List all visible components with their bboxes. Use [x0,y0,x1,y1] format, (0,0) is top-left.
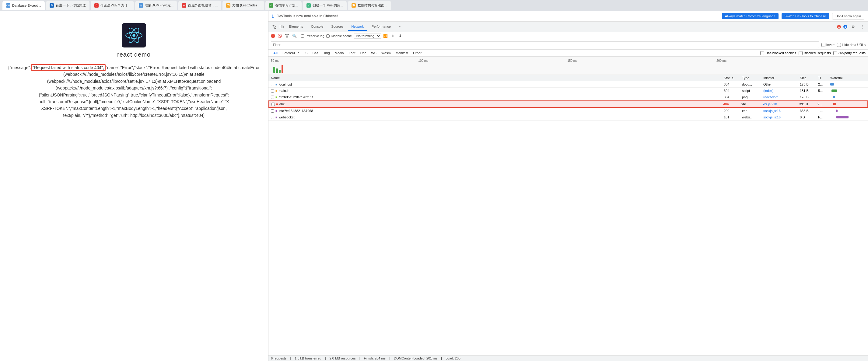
row-checkbox[interactable] [271,116,274,119]
cell-time: 5... [818,89,830,93]
tab-leetcode[interactable]: 力 力扣 (LeetCode) ... [222,1,264,10]
more-options-icon[interactable]: ⋮ [859,24,866,30]
tab-database[interactable]: DB Database Excepti... [2,1,45,10]
react-logo [122,23,146,48]
switch-chinese-button[interactable]: Switch DevTools to Chinese [781,13,829,19]
status-resources: 2.0 MB resources [330,356,356,360]
header-initiator[interactable]: Initiator [763,76,800,80]
dont-show-again-button[interactable]: Don't show again [832,13,864,20]
export-har-icon[interactable]: ⬇ [398,33,403,39]
tab-vue[interactable]: C 什么是VUE？为什... [91,1,134,10]
row-checkbox[interactable] [271,89,274,93]
device-toolbar-icon[interactable] [278,24,285,30]
row-checkbox[interactable] [271,109,274,113]
inspect-element-icon[interactable] [271,24,278,30]
blocked-requests-label: Blocked Requests [799,51,831,55]
cell-time: ... [818,95,830,99]
cell-type: script [742,89,763,93]
record-button[interactable] [271,34,275,38]
filter-other[interactable]: Other [410,50,424,56]
third-party-checkbox[interactable] [833,51,837,55]
timeline-bar: 50 ms 100 ms 150 ms 200 ms [269,57,868,75]
timeline-label-100ms: 100 ms [418,59,428,62]
cell-waterfall [830,95,861,99]
status-dom-loaded: DOMContentLoaded: 201 ms [394,356,437,360]
tab-console[interactable]: Console [307,23,327,31]
tab-favicon: DB [6,3,10,8]
tab-western[interactable]: W 西服外面扎腰带，... [178,1,221,10]
tab-baidu[interactable]: 百 百度一下，你就知道 [46,1,90,10]
network-table[interactable]: Name Status Type Initiator Size Ti... Wa… [269,75,868,355]
invert-checkbox[interactable] [822,43,826,47]
import-har-icon[interactable]: ⬆ [390,33,396,39]
header-time[interactable]: Ti... [818,76,830,80]
cell-type: png [742,95,763,99]
has-blocked-checkbox[interactable] [760,51,764,55]
row-checkbox[interactable] [271,96,274,99]
timeline-bar-item [281,65,283,73]
filter-input[interactable] [271,41,819,48]
filter-icon[interactable] [284,33,290,39]
tab-sources[interactable]: Sources [328,23,347,31]
cell-type: webs... [742,115,763,119]
match-language-button[interactable]: Always match Chrome's language [722,13,778,19]
filter-img[interactable]: Img [322,50,332,56]
tab-spring[interactable]: ✓ 春招学习计划... [266,1,302,10]
filter-ws[interactable]: WS [369,50,379,56]
clear-button[interactable]: 🚫 [277,33,282,39]
table-row[interactable]: ■ localhost 304 docu... Other 178 B 2... [269,81,868,88]
filter-all[interactable]: All [271,50,280,56]
waterfall-bar [833,96,835,98]
cell-name: ■ info?t=1648821667968 [271,109,724,113]
blocked-requests-checkbox[interactable] [799,51,803,55]
preserve-log-checkbox[interactable] [301,34,304,38]
tab-algorithm[interactable]: 数 数据结构与算法面... [348,1,391,10]
settings-icon[interactable]: ⚙ [850,24,857,30]
react-icon [125,26,143,44]
filter-font[interactable]: Font [346,50,358,56]
throttling-select[interactable]: No throttling [354,33,381,39]
filter-media[interactable]: Media [332,50,346,56]
header-waterfall[interactable]: Waterfall [830,76,861,80]
header-size[interactable]: Size [800,76,818,80]
header-status[interactable]: Status [724,76,742,80]
tab-more[interactable]: » [395,23,404,31]
devtools-panel: ℹ DevTools is now available in Chinese! … [268,11,868,361]
table-row-error[interactable]: ■ abc 404 xhr xhr.js:210 391 B 2... [269,100,868,108]
cell-type: xhr [742,109,763,113]
filter-js[interactable]: JS [301,50,310,56]
filter-doc[interactable]: Doc [358,50,369,56]
initiator-link[interactable]: sockjs.js:16... [763,109,783,113]
filter-manifest[interactable]: Manifest [393,50,411,56]
main-container: react demo {"message":"Request failed wi… [0,11,868,361]
cell-type: docu... [742,83,763,86]
initiator-link[interactable]: react-dom... [763,95,781,99]
tab-performance[interactable]: Performance [368,23,395,31]
header-type[interactable]: Type [742,76,763,80]
filter-wasm[interactable]: Wasm [379,50,393,56]
error-text-before: {"message": [8,65,31,70]
hide-data-urls-checkbox[interactable] [837,43,841,47]
header-name[interactable]: Name [271,76,724,80]
initiator-link[interactable]: sockjs.js:16... [763,115,783,119]
network-conditions-icon[interactable]: 📶 [383,33,389,39]
svg-rect-4 [280,25,282,28]
table-row[interactable]: ■ c92b85a5b907c70211f... 304 png react-d… [269,94,868,100]
table-row[interactable]: ■ websocket 101 webs... sockjs.js:16... … [269,114,868,121]
filter-fetch-xhr[interactable]: Fetch/XHR [280,50,301,56]
search-icon[interactable]: 🔍 [291,33,297,39]
tab-dom[interactable]: Q 理解DOM - yyc元... [135,1,177,10]
row-checkbox[interactable] [271,83,274,86]
filter-css[interactable]: CSS [310,50,322,56]
tab-vue-create[interactable]: V 创建一个 Vue 的实... [303,1,347,10]
tab-favicon: 力 [226,3,230,8]
table-row[interactable]: ■ info?t=1648821667968 200 xhr sockjs.js… [269,108,868,114]
table-row[interactable]: ■ main.js 304 script (index) 181 B 5... [269,88,868,94]
tab-elements[interactable]: Elements [285,23,307,31]
disable-cache-checkbox[interactable] [326,34,330,38]
row-checkbox[interactable] [272,102,275,106]
tab-network[interactable]: Network [348,23,367,31]
initiator-link[interactable]: xhr.js:210 [763,102,777,106]
initiator-link[interactable]: (index) [763,89,774,93]
cell-status: 304 [724,83,742,86]
